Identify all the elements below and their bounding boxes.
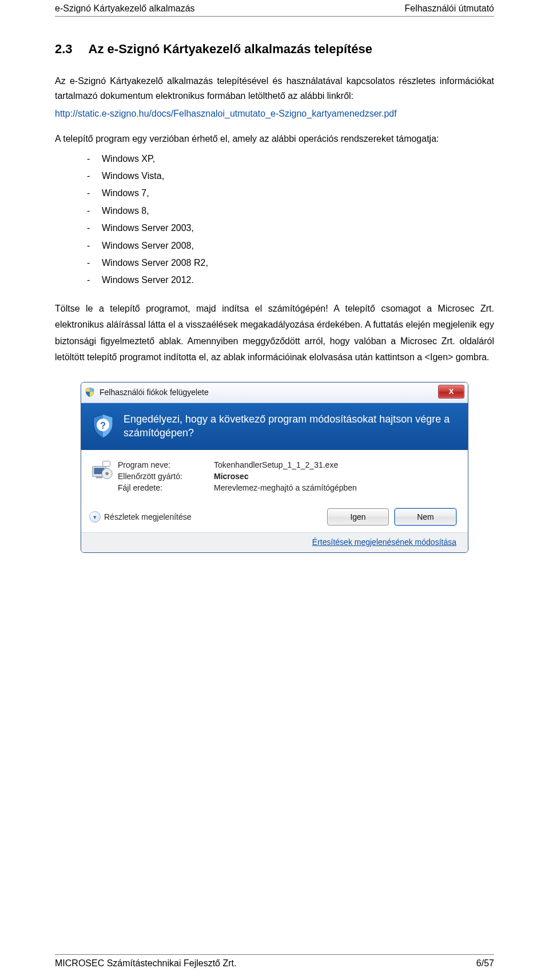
list-item: -Windows XP, [87, 150, 494, 168]
section-number: 2.3 [55, 42, 73, 57]
list-item: -Windows 7, [87, 185, 494, 202]
uac-row-publisher: Ellenőrzött gyártó: Microsec [118, 472, 456, 481]
page-number: 6/57 [476, 958, 494, 969]
os-item-label: Windows Vista, [102, 171, 164, 181]
close-icon: X [449, 387, 454, 396]
os-item-label: Windows Server 2008, [102, 241, 194, 250]
file-origin-value: Merevlemez-meghajtó a számítógépben [214, 483, 357, 492]
footer-company: MICROSEC Számítástechnikai Fejlesztő Zrt… [55, 958, 236, 969]
uac-footer: Értesítések megjelenésének módosítása [81, 532, 468, 552]
svg-point-6 [105, 472, 108, 475]
list-item: -Windows Server 2012. [87, 272, 494, 289]
yes-button[interactable]: Igen [327, 508, 389, 525]
list-item: -Windows 8, [87, 202, 494, 220]
list-item: -Windows Server 2003, [87, 220, 494, 237]
os-lead-paragraph: A telepítő program egy verzióban érhető … [55, 132, 494, 146]
program-name-value: TokenhandlerSetup_1_1_2_31.exe [214, 460, 338, 469]
intro-paragraph: Az e-Szignó Kártyakezelő alkalmazás tele… [55, 74, 494, 104]
download-link-paragraph: http://static.e-szigno.hu/docs/Felhaszna… [55, 106, 494, 121]
pdf-link[interactable]: http://static.e-szigno.hu/docs/Felhaszna… [55, 109, 397, 118]
uac-dialog: Felhasználói fiókok felügyelete X ? Enge… [81, 382, 468, 553]
verified-publisher-label: Ellenőrzött gyártó: [118, 472, 214, 481]
header-divider [55, 16, 494, 17]
shield-small-icon [85, 387, 95, 397]
no-button-label: Nem [417, 512, 434, 521]
os-item-label: Windows Server 2008 R2, [102, 258, 208, 268]
os-item-label: Windows Server 2003, [102, 223, 194, 233]
close-button[interactable]: X [438, 385, 464, 399]
uac-actions-row: ▾ Részletek megjelenítése Igen Nem [81, 500, 468, 532]
os-item-label: Windows Server 2012. [102, 275, 194, 285]
uac-titlebar: Felhasználói fiókok felügyelete X [81, 383, 468, 403]
section-title-text: Az e-Szignó Kártyakezelő alkalmazás tele… [89, 42, 372, 56]
os-list: -Windows XP, -Windows Vista, -Windows 7,… [87, 150, 494, 289]
header-left: e-Szignó Kártyakezelő alkalmazás [55, 3, 195, 14]
file-origin-label: Fájl eredete: [118, 483, 214, 492]
list-item: -Windows Server 2008 R2, [87, 254, 494, 272]
uac-title-text: Felhasználói fiókok felügyelete [100, 388, 209, 397]
uac-body: Program neve: TokenhandlerSetup_1_1_2_31… [81, 450, 468, 500]
show-details-toggle[interactable]: ▾ Részletek megjelenítése [89, 511, 192, 523]
list-item: -Windows Vista, [87, 168, 494, 185]
chevron-down-icon: ▾ [89, 511, 101, 523]
uac-question-banner: ? Engedélyezi, hogy a következő program … [81, 403, 468, 451]
os-item-label: Windows 8, [102, 206, 149, 216]
section-heading: 2.3Az e-Szignó Kártyakezelő alkalmazás t… [55, 42, 494, 57]
list-item: -Windows Server 2008, [87, 237, 494, 254]
uac-question-text: Engedélyezi, hogy a következő program mó… [124, 412, 458, 440]
uac-row-origin: Fájl eredete: Merevlemez-meghajtó a szám… [118, 483, 456, 492]
installer-icon [90, 458, 113, 481]
uac-row-program: Program neve: TokenhandlerSetup_1_1_2_31… [118, 460, 456, 469]
os-item-label: Windows XP, [102, 154, 155, 164]
svg-rect-4 [96, 477, 102, 479]
footer-divider [55, 954, 494, 955]
verified-publisher-value: Microsec [214, 472, 249, 481]
instruction-paragraph: Töltse le a telepítő programot, majd ind… [55, 301, 494, 366]
svg-text:?: ? [100, 420, 106, 430]
show-details-label: Részletek megjelenítése [104, 512, 192, 521]
no-button[interactable]: Nem [395, 508, 456, 525]
svg-rect-7 [103, 461, 110, 467]
shield-question-icon: ? [90, 413, 116, 439]
change-notification-settings-link[interactable]: Értesítések megjelenésének módosítása [312, 537, 456, 547]
yes-button-label: Igen [350, 512, 365, 521]
header-right: Felhasználói útmutató [404, 3, 494, 14]
program-name-label: Program neve: [118, 460, 214, 469]
os-item-label: Windows 7, [102, 188, 149, 198]
